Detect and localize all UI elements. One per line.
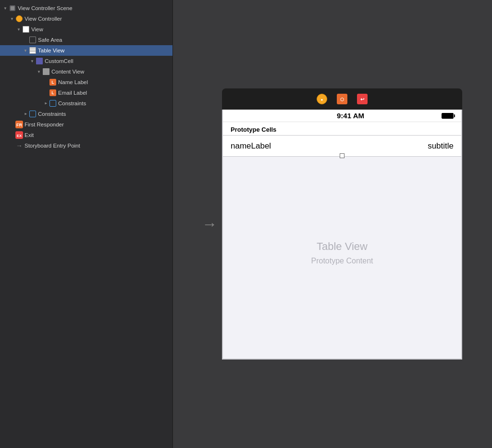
tree-item-label: Table View: [38, 48, 64, 53]
tree-item-label: Constraints: [38, 111, 66, 117]
arrow-icon: ▼: [22, 111, 29, 117]
toolbar-red-arrow-button[interactable]: ↩: [357, 94, 368, 104]
svg-text:↩: ↩: [360, 97, 365, 102]
tree-item-content-view[interactable]: ▼ Content View: [0, 66, 172, 77]
table-empty-area: Table View Prototype Content: [223, 157, 461, 349]
tree-item-label: Safe Area: [38, 37, 62, 43]
constraints-icon: [49, 100, 57, 107]
safe-area-icon: [29, 36, 37, 44]
table-view-content: Prototype Cells nameLabel subtitle: [223, 122, 461, 157]
content-view-icon: [42, 68, 50, 75]
entry-arrow-icon: →: [202, 215, 217, 233]
cell-name-label: nameLabel: [231, 141, 271, 151]
label-icon: L: [49, 78, 57, 86]
arrow-icon: ▼: [9, 15, 15, 22]
entry-point-icon: →: [15, 142, 23, 149]
status-time: 9:41 AM: [259, 112, 442, 120]
tree-item-label: Constraints: [58, 100, 86, 106]
tree-item-constraints-root[interactable]: ▼ Constraints: [0, 109, 172, 119]
tree-item-label: View Controller Scene: [18, 5, 73, 11]
phone-body: 9:41 AM Prototype Cells nameLabel subtit…: [222, 110, 462, 360]
arrow-icon: ▼: [36, 68, 42, 75]
phone-bottom: [223, 349, 461, 359]
tree-item-label: First Responder: [25, 122, 64, 127]
status-bar: 9:41 AM: [223, 110, 461, 122]
tree-item-view[interactable]: ▼ View: [0, 24, 172, 35]
prototype-cells-header: Prototype Cells: [223, 122, 461, 136]
tree-item-table-view[interactable]: ▼ Table View: [0, 45, 172, 56]
battery-icon: [442, 113, 454, 119]
tree-item-label: Storyboard Entry Point: [25, 143, 80, 149]
svg-rect-1: [11, 6, 14, 10]
tree-item-safe-area[interactable]: ▶ Safe Area: [0, 35, 172, 45]
tree-item-view-controller-scene[interactable]: ▼ View Controller Scene: [0, 3, 172, 13]
tree-item-label: View: [31, 26, 43, 32]
arrow-icon: ▼: [15, 26, 22, 33]
tree-item-label: Content View: [51, 69, 84, 75]
canvas-panel: → ● ⬡ ↩: [173, 0, 492, 448]
label-icon: L: [49, 89, 57, 97]
tree-item-view-controller[interactable]: ▼ View Controller: [0, 13, 172, 24]
scene-icon: [9, 4, 16, 12]
svg-text:EX: EX: [17, 134, 22, 138]
tree-item-label: Email Label: [58, 90, 87, 96]
tree-item-storyboard-entry[interactable]: → → Storyboard Entry Point: [0, 140, 172, 151]
exit-icon: EX: [15, 131, 23, 139]
cell-subtitle-label: subtitle: [428, 141, 454, 151]
table-view-watermark-label: Table View: [317, 240, 368, 253]
phone-mockup: ● ⬡ ↩ 9:41 AM: [222, 88, 462, 360]
prototype-content-watermark-label: Prototype Content: [311, 257, 373, 265]
tree-item-constraints-cell[interactable]: ▼ Constraints: [0, 98, 172, 109]
constraints-icon: [29, 110, 37, 118]
status-battery: [442, 113, 454, 119]
tree-item-label: View Controller: [25, 16, 62, 22]
tree-item-name-label[interactable]: ▶ L Name Label: [0, 77, 172, 87]
cell-resize-handle[interactable]: [340, 153, 344, 158]
view-controller-icon: [15, 15, 23, 23]
arrow-icon: ▼: [29, 58, 36, 64]
arrow-icon: ▼: [22, 47, 29, 54]
arrow-icon: ▼: [42, 100, 49, 107]
tree-item-label: CustomCell: [45, 58, 73, 64]
document-outline-panel[interactable]: ▼ View Controller Scene ▼ View Controlle…: [0, 0, 173, 448]
first-responder-icon: FR: [15, 121, 23, 128]
svg-text:⬡: ⬡: [340, 97, 344, 102]
toolbar-yellow-button[interactable]: ●: [317, 94, 327, 104]
view-icon: [22, 25, 30, 33]
arrow-icon: ▼: [2, 5, 9, 12]
tree-item-label: Exit: [25, 132, 34, 138]
outline-tree: ▼ View Controller Scene ▼ View Controlle…: [0, 0, 172, 154]
tree-item-email-label[interactable]: ▶ L Email Label: [0, 87, 172, 98]
svg-text:FR: FR: [16, 123, 22, 127]
table-cell-row[interactable]: nameLabel subtitle: [223, 136, 461, 157]
entry-arrow: →: [202, 215, 217, 233]
tree-item-custom-cell[interactable]: ▼ CustomCell: [0, 56, 172, 66]
scene-toolbar: ● ⬡ ↩: [222, 88, 462, 110]
table-view-icon: [29, 47, 37, 54]
tree-item-first-responder[interactable]: ▶ FR First Responder: [0, 119, 172, 130]
tree-item-label: Name Label: [58, 79, 88, 85]
cell-icon: [36, 57, 43, 65]
svg-text:●: ●: [321, 98, 323, 102]
tree-item-exit[interactable]: ▶ EX Exit: [0, 130, 172, 140]
toolbar-orange-cube-button[interactable]: ⬡: [337, 94, 347, 104]
